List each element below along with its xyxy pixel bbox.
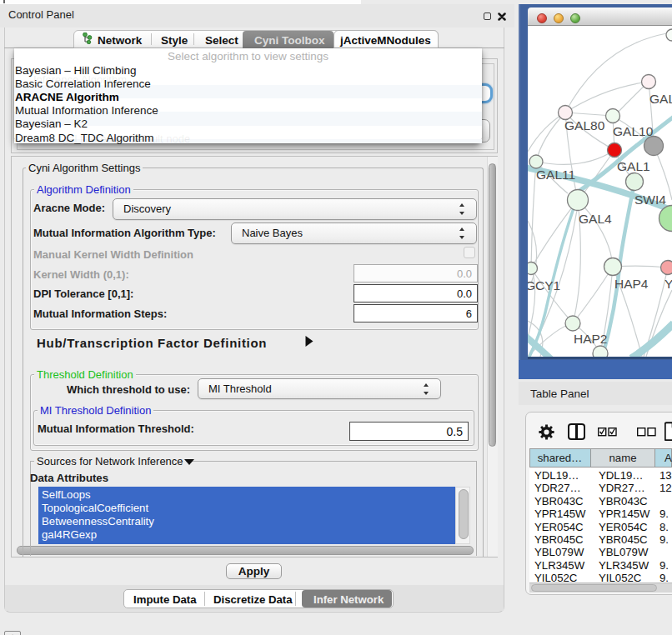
svg-text:Y: Y (664, 277, 672, 291)
svg-text:GAL1: GAL1 (617, 159, 650, 173)
svg-text:HAP2: HAP2 (574, 332, 608, 346)
svg-text:GAL10: GAL10 (613, 124, 654, 138)
svg-text:GAL11: GAL11 (536, 168, 575, 182)
svg-text:GAL4: GAL4 (579, 212, 612, 226)
svg-text:GAL80: GAL80 (564, 118, 605, 132)
svg-text:GAL: GAL (649, 92, 672, 106)
svg-text:GCY1: GCY1 (528, 278, 560, 292)
svg-text:SWI4: SWI4 (634, 192, 666, 207)
svg-text:HAP4: HAP4 (614, 277, 649, 291)
